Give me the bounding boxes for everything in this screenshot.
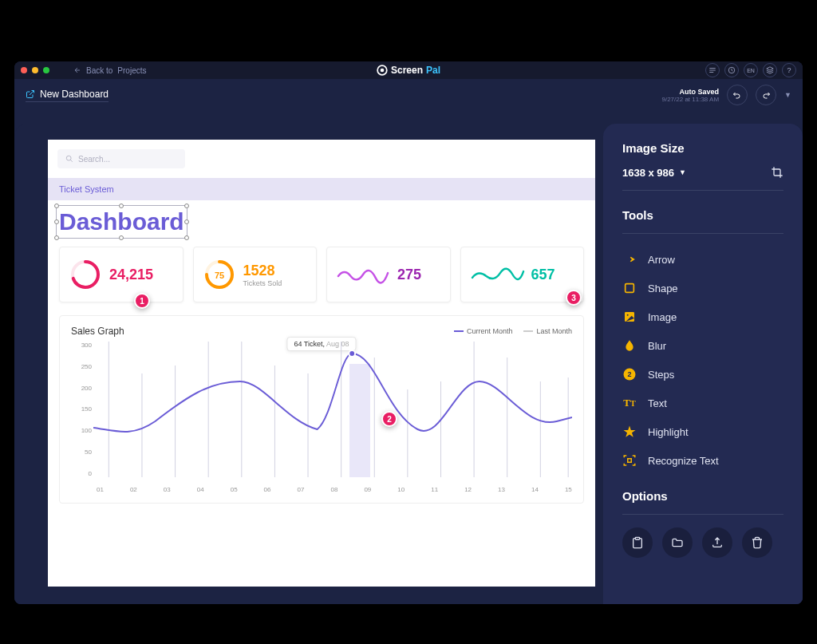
card-value: 1528	[243, 263, 282, 279]
search-placeholder: Search...	[78, 155, 110, 164]
recognize-text-icon	[622, 453, 637, 468]
tool-shape[interactable]: Shape	[622, 274, 783, 302]
resize-handle[interactable]	[184, 235, 189, 240]
help-icon[interactable]: ?	[782, 63, 796, 77]
resize-handle[interactable]	[119, 203, 124, 208]
chart-svg	[93, 342, 572, 477]
tool-text[interactable]: TT Text	[622, 389, 783, 417]
shape-icon	[622, 281, 637, 295]
list-icon[interactable]	[705, 63, 720, 77]
progress-ring-icon	[69, 259, 101, 290]
back-label: Back to	[86, 66, 112, 75]
stat-card-2: 75 1528 Tickets Sold	[193, 247, 318, 302]
stat-card-3: 275	[326, 247, 451, 302]
tool-steps[interactable]: 2 Steps	[622, 360, 783, 389]
document-title: New Dashboard	[40, 89, 109, 100]
folder-button[interactable]	[662, 527, 693, 558]
stat-cards: 24,215 75 1528 Tickets Sold	[48, 239, 595, 310]
svg-point-3	[66, 156, 71, 160]
sparkline-icon	[337, 265, 391, 284]
save-status-area: Auto Saved 9/27/22 at 11:38 AM ▼	[661, 85, 791, 105]
highlight-icon	[622, 425, 637, 439]
external-link-icon	[26, 89, 35, 99]
stat-card-1: 24,215	[59, 247, 184, 302]
tool-blur[interactable]: Blur	[622, 331, 783, 360]
share-icon	[711, 536, 724, 549]
svg-point-1	[381, 69, 385, 73]
maximize-window[interactable]	[43, 67, 49, 73]
search-input[interactable]: Search...	[57, 149, 185, 168]
chart-area: 64 Ticket, Aug 08 300250200150100500	[71, 342, 572, 493]
history-dropdown[interactable]: ▼	[784, 91, 791, 99]
tool-image[interactable]: Image	[622, 302, 783, 331]
crop-icon[interactable]	[771, 166, 783, 179]
folder-icon	[671, 536, 684, 549]
trash-icon	[751, 536, 764, 549]
back-arrow-icon	[73, 66, 81, 74]
side-panel: Image Size 1638 x 986 ▼ Tools Arrow Shap…	[603, 124, 803, 604]
traffic-lights	[21, 67, 49, 73]
card-value: 275	[397, 267, 421, 283]
text-icon: TT	[622, 396, 637, 410]
sales-title: Sales Graph	[71, 326, 124, 337]
blur-icon	[622, 338, 637, 353]
options-title: Options	[622, 489, 783, 503]
tool-recognize-text[interactable]: Recognize Text	[622, 446, 783, 475]
undo-button[interactable]	[727, 85, 748, 105]
clipboard-icon	[631, 536, 644, 549]
image-size-title: Image Size	[622, 141, 783, 155]
svg-point-27	[627, 314, 629, 316]
delete-button[interactable]	[742, 527, 772, 558]
tool-arrow[interactable]: Arrow	[622, 245, 783, 274]
language-button[interactable]: EN	[744, 63, 758, 77]
resize-handle[interactable]	[54, 219, 59, 224]
resize-handle[interactable]	[54, 203, 59, 208]
back-button[interactable]: Back to Projects	[73, 66, 146, 75]
chevron-down-icon: ▼	[679, 168, 686, 176]
back-target: Projects	[117, 66, 146, 75]
svg-text:75: 75	[214, 271, 223, 280]
step-marker-3[interactable]: 3	[566, 290, 582, 306]
step-marker-2[interactable]: 2	[381, 411, 397, 427]
auto-saved-label: Auto Saved	[661, 88, 719, 96]
step-marker-1[interactable]: 1	[134, 293, 150, 309]
progress-ring-icon: 75	[203, 259, 235, 290]
card-sublabel: Tickets Sold	[243, 279, 282, 287]
svg-rect-30	[635, 537, 639, 539]
resize-handle[interactable]	[119, 235, 124, 240]
screenshot-content: Search... Ticket System Dashboard	[48, 140, 595, 587]
share-button[interactable]	[702, 527, 732, 558]
tool-highlight[interactable]: Highlight	[622, 417, 783, 446]
history-icon[interactable]	[724, 63, 739, 77]
arrow-icon	[622, 252, 637, 267]
svg-point-24	[349, 350, 355, 357]
chart-legend: Current Month Last Month	[454, 327, 572, 335]
card-value: 24,215	[109, 267, 153, 283]
svg-text:2: 2	[627, 370, 631, 378]
topbar-actions: EN ?	[705, 63, 796, 77]
steps-icon: 2	[622, 367, 637, 381]
svg-rect-25	[626, 284, 634, 293]
tools-title: Tools	[622, 208, 783, 222]
titlebar: Back to Projects ScreenPal EN ?	[14, 61, 803, 79]
image-icon	[622, 310, 637, 324]
page-title-selection[interactable]: Dashboard	[59, 208, 184, 235]
app-title: ScreenPal	[377, 65, 440, 76]
sparkline-icon	[471, 265, 525, 284]
search-icon	[65, 155, 73, 163]
breadcrumb[interactable]: Ticket System	[48, 178, 595, 200]
resize-handle[interactable]	[54, 235, 59, 240]
dimensions-dropdown[interactable]: 1638 x 986 ▼	[622, 167, 686, 179]
sales-graph-panel: Sales Graph Current Month Last Month 64 …	[59, 315, 584, 504]
redo-button[interactable]	[756, 85, 776, 105]
card-value: 657	[531, 267, 555, 283]
resize-handle[interactable]	[184, 219, 189, 224]
app-logo-icon	[377, 65, 388, 76]
layers-icon[interactable]	[763, 63, 777, 77]
document-title-area[interactable]: New Dashboard	[26, 89, 109, 102]
minimize-window[interactable]	[32, 67, 38, 73]
saved-time: 9/27/22 at 11:38 AM	[661, 96, 719, 103]
close-window[interactable]	[21, 67, 27, 73]
resize-handle[interactable]	[184, 203, 189, 208]
clipboard-button[interactable]	[622, 527, 653, 558]
